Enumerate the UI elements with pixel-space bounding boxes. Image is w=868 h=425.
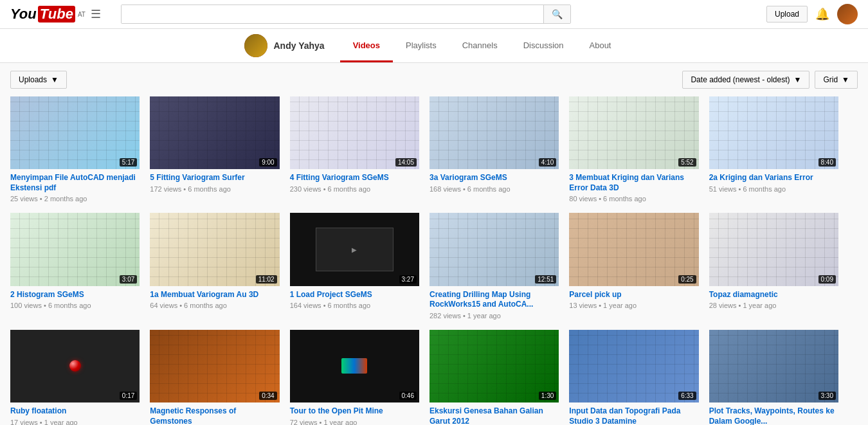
video-duration: 9:00 (259, 158, 276, 167)
channel-nav: Andy Yahya Videos Playlists Channels Dis… (0, 29, 868, 63)
uploads-label: Uploads (19, 75, 47, 84)
youtube-logo[interactable]: YouTubeAT (10, 6, 86, 23)
video-meta: 72 views • 1 year ago (290, 419, 419, 425)
video-thumbnail: 5:52 (569, 96, 698, 169)
header: YouTubeAT ☰ 🔍 Upload 🔔 (0, 0, 868, 29)
video-title[interactable]: Parcel pick up (569, 290, 698, 300)
search-button[interactable]: 🔍 (543, 5, 570, 23)
video-item[interactable]: 5:52 3 Membuat Kriging dan Varians Error… (569, 96, 698, 203)
video-meta: 172 views • 6 months ago (150, 185, 279, 193)
video-title[interactable]: Ekskursi Genesa Bahan Galian Garut 2012 (429, 406, 559, 425)
grid-button[interactable]: Grid ▼ (815, 71, 858, 89)
logo-you: You (10, 6, 37, 23)
video-item[interactable]: 11:02 1a Membuat Variogram Au 3D 64 view… (150, 213, 279, 319)
video-thumbnail: 3:07 (10, 213, 140, 285)
videos-container: 5:17 Menyimpan File AutoCAD menjadi Ekst… (0, 96, 849, 425)
avatar-image (837, 4, 858, 24)
video-meta: 17 views • 1 year ago (10, 419, 140, 425)
video-duration: 3:07 (120, 275, 137, 284)
tab-about[interactable]: About (577, 29, 624, 62)
video-thumbnail: 11:02 (150, 213, 279, 285)
videos-grid: 5:17 Menyimpan File AutoCAD menjadi Ekst… (10, 96, 838, 425)
video-title[interactable]: Menyimpan File AutoCAD menjadi Ekstensi … (10, 173, 140, 193)
video-title[interactable]: Creating Drilling Map Using RockWorks15 … (429, 290, 559, 310)
video-item[interactable]: ▶ 3:27 1 Load Project SGeMS 164 views • … (290, 213, 419, 319)
video-item[interactable]: 9:00 5 Fitting Variogram Surfer 172 view… (150, 96, 279, 203)
video-item[interactable]: 0:17 Ruby floatation 17 views • 1 year a… (10, 330, 140, 425)
video-item[interactable]: 3:30 Plot Tracks, Waypoints, Routes ke D… (709, 330, 838, 425)
header-right: Upload 🔔 (766, 4, 858, 24)
video-duration: 0:09 (818, 275, 836, 284)
video-duration: 1:30 (539, 392, 556, 400)
sort-label: Date added (newest - oldest) (691, 75, 790, 84)
video-meta: 168 views • 6 months ago (429, 185, 559, 193)
video-title[interactable]: Input Data dan Topografi Pada Studio 3 D… (569, 406, 698, 425)
video-meta: 230 views • 6 months ago (290, 185, 419, 193)
video-duration: 8:40 (818, 158, 836, 167)
video-meta: 282 views • 1 year ago (429, 312, 559, 320)
video-thumbnail: 0:25 (569, 213, 698, 285)
grid-dropdown-arrow: ▼ (842, 75, 849, 84)
upload-button[interactable]: Upload (766, 6, 808, 23)
video-title[interactable]: Topaz diamagnetic (709, 290, 838, 300)
hamburger-menu-icon[interactable]: ☰ (91, 7, 101, 21)
video-title[interactable]: 3 Membuat Kriging dan Varians Error Data… (569, 173, 698, 193)
bell-icon[interactable]: 🔔 (815, 7, 829, 21)
tab-playlists[interactable]: Playlists (393, 29, 449, 62)
video-item[interactable]: 6:33 Input Data dan Topografi Pada Studi… (569, 330, 698, 425)
video-item[interactable]: 1:30 Ekskursi Genesa Bahan Galian Garut … (429, 330, 559, 425)
video-item[interactable]: 5:17 Menyimpan File AutoCAD menjadi Ekst… (10, 96, 140, 203)
video-duration: 12:51 (535, 275, 556, 284)
video-thumbnail: 0:34 (150, 330, 279, 402)
video-title[interactable]: 2 Histogram SGeMS (10, 290, 140, 300)
video-item[interactable]: 12:51 Creating Drilling Map Using RockWo… (429, 213, 559, 319)
video-meta: 13 views • 1 year ago (569, 302, 698, 309)
video-meta: 28 views • 1 year ago (709, 302, 838, 309)
tab-videos[interactable]: Videos (340, 29, 393, 62)
video-meta: 164 views • 6 months ago (290, 302, 419, 309)
video-item[interactable]: 0:25 Parcel pick up 13 views • 1 year ag… (569, 213, 698, 319)
video-title[interactable]: 3a Variogram SGeMS (429, 173, 559, 183)
toolbar-right: Date added (newest - oldest) ▼ Grid ▼ (682, 71, 858, 89)
video-thumbnail: 0:09 (709, 213, 838, 285)
video-title[interactable]: Tour to the Open Pit Mine (290, 406, 419, 417)
logo-tube: Tube (38, 6, 75, 23)
video-item[interactable]: 0:09 Topaz diamagnetic 28 views • 1 year… (709, 213, 838, 319)
video-thumbnail: 6:33 (569, 330, 698, 402)
search-input[interactable] (122, 5, 543, 23)
video-title[interactable]: Magnetic Responses of Gemstones (150, 406, 279, 425)
video-item[interactable]: 0:34 Magnetic Responses of Gemstones 72 … (150, 330, 279, 425)
video-item[interactable]: 0:46 Tour to the Open Pit Mine 72 views … (290, 330, 419, 425)
video-title[interactable]: Ruby floatation (10, 406, 140, 417)
video-thumbnail: 5:17 (10, 96, 140, 169)
video-meta: 64 views • 6 months ago (150, 302, 279, 309)
uploads-dropdown-button[interactable]: Uploads ▼ (10, 71, 67, 89)
video-thumbnail: 12:51 (429, 213, 559, 285)
video-item[interactable]: 3:07 2 Histogram SGeMS 100 views • 6 mon… (10, 213, 140, 319)
video-thumbnail: 9:00 (150, 96, 279, 169)
video-duration: 3:27 (399, 275, 417, 284)
video-item[interactable]: 14:05 4 Fitting Variogram SGeMS 230 view… (290, 96, 419, 203)
tab-discussion[interactable]: Discussion (511, 29, 577, 62)
video-title[interactable]: Plot Tracks, Waypoints, Routes ke Dalam … (709, 406, 838, 425)
video-title[interactable]: 1a Membuat Variogram Au 3D (150, 290, 279, 300)
video-item[interactable]: 8:40 2a Kriging dan Varians Error 51 vie… (709, 96, 838, 203)
logo-at: AT (78, 11, 86, 18)
video-title[interactable]: 4 Fitting Variogram SGeMS (290, 173, 419, 183)
video-item[interactable]: 4:10 3a Variogram SGeMS 168 views • 6 mo… (429, 96, 559, 203)
video-thumbnail: 0:46 (290, 330, 419, 402)
sort-button[interactable]: Date added (newest - oldest) ▼ (682, 71, 809, 89)
video-thumbnail: ▶ 3:27 (290, 213, 419, 285)
tab-channels[interactable]: Channels (449, 29, 511, 62)
video-duration: 0:34 (259, 392, 276, 400)
sort-dropdown-arrow: ▼ (794, 75, 802, 84)
video-title[interactable]: 1 Load Project SGeMS (290, 290, 419, 300)
avatar[interactable] (837, 4, 858, 24)
video-title[interactable]: 5 Fitting Variogram Surfer (150, 173, 279, 183)
video-duration: 5:52 (678, 158, 696, 167)
nav-tabs: Videos Playlists Channels Discussion Abo… (340, 29, 624, 62)
toolbar: Uploads ▼ Date added (newest - oldest) ▼… (0, 63, 868, 96)
video-duration: 5:17 (120, 158, 137, 167)
video-thumbnail: 1:30 (429, 330, 559, 402)
video-title[interactable]: 2a Kriging dan Varians Error (709, 173, 838, 183)
